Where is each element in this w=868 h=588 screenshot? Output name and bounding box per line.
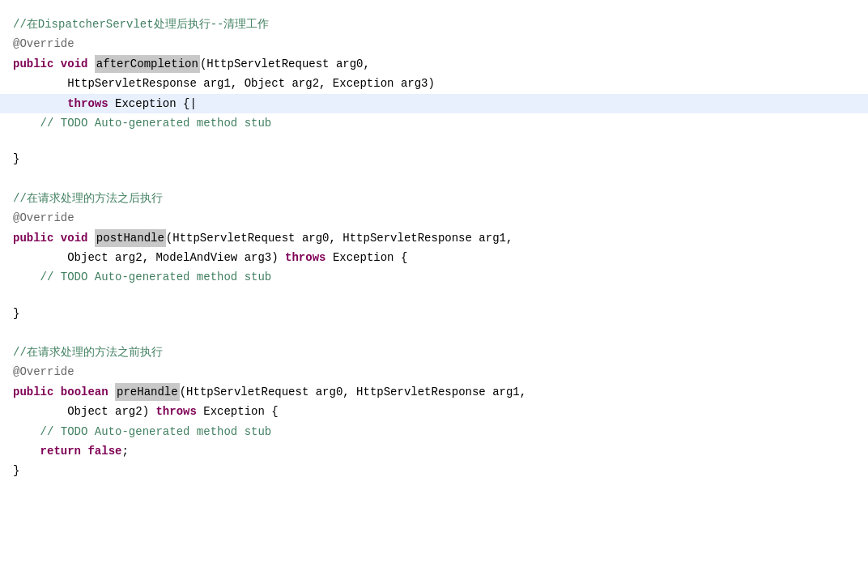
override-annotation-2: @Override (13, 209, 74, 227)
return-line: return false ; (0, 441, 868, 461)
annotation-line-3: @Override (0, 362, 868, 381)
comment-line-1: //在DispatcherServlet处理后执行--清理工作 (0, 15, 868, 34)
method-signature-2b: Object arg2, ModelAndView arg3) throws E… (0, 248, 868, 267)
empty-1 (0, 133, 868, 149)
keyword-void-2: void (61, 229, 88, 247)
sig-3b-suffix: Exception { (197, 403, 279, 420)
keyword-boolean: boolean (61, 383, 108, 401)
space-4 (87, 229, 94, 247)
keyword-throws-2: throws (285, 249, 326, 266)
todo-comment-1: // TODO Auto-generated method stub (13, 114, 271, 132)
sig-2b-suffix: Exception { (326, 249, 407, 266)
semicolon: ; (121, 442, 128, 460)
keyword-return: return (40, 442, 81, 460)
space-6 (108, 383, 115, 401)
comment-chinese-1: //在DispatcherServlet处理后执行--清理工作 (13, 15, 269, 33)
method-name-posthandle: postHandle (95, 229, 166, 247)
spaces-return (13, 442, 40, 460)
override-annotation-1: @Override (13, 35, 74, 53)
comment-line-3: //在请求处理的方法之前执行 (0, 343, 868, 362)
method-signature-3b: Object arg2) throws Exception { (0, 402, 868, 421)
keyword-public-2: public (13, 229, 53, 247)
space-2 (87, 55, 94, 73)
sig-1b: HttpServletResponse arg1, Object arg2, E… (13, 75, 435, 92)
space-7 (81, 442, 87, 460)
method-name-aftercompletion: afterCompletion (95, 55, 200, 73)
todo-line-1: // TODO Auto-generated method stub (0, 113, 868, 133)
method-signature-3a: public boolean preHandle (HttpServletReq… (0, 382, 868, 402)
todo-comment-2: // TODO Auto-generated method stub (13, 268, 271, 286)
todo-line-3: // TODO Auto-generated method stub (0, 422, 868, 441)
comment-chinese-2: //在请求处理的方法之后执行 (13, 190, 163, 207)
section-gap-1 (0, 173, 868, 189)
empty-2 (0, 288, 868, 304)
comment-line-2: //在请求处理的方法之后执行 (0, 189, 868, 208)
todo-line-2: // TODO Auto-generated method stub (0, 267, 868, 287)
code-editor: //在DispatcherServlet处理后执行--清理工作 @Overrid… (0, 8, 868, 588)
keyword-void-1: void (61, 55, 88, 73)
section-prehandle: //在请求处理的方法之前执行 @Override public boolean … (0, 343, 868, 481)
brace-1: } (13, 150, 19, 168)
annotation-line-1: @Override (0, 34, 868, 53)
space-1 (53, 55, 60, 73)
keyword-public-3: public (13, 383, 53, 401)
throws-line-1: throws Exception {| (0, 94, 868, 113)
closing-brace-3: } (0, 461, 868, 480)
section-posthandle: //在请求处理的方法之后执行 @Override public void pos… (0, 189, 868, 323)
method-signature-1a: public void afterCompletion (HttpServlet… (0, 54, 868, 74)
keyword-public-1: public (13, 55, 53, 73)
section-gap-2 (0, 326, 868, 343)
section-aftercompletion: //在DispatcherServlet处理后执行--清理工作 @Overrid… (0, 15, 868, 169)
comment-chinese-3: //在请求处理的方法之前执行 (13, 343, 163, 361)
todo-comment-3: // TODO Auto-generated method stub (13, 423, 271, 441)
closing-brace-1: } (0, 149, 868, 168)
annotation-line-2: @Override (0, 208, 868, 228)
space-5 (53, 383, 60, 401)
sig-3a: (HttpServletRequest arg0, HttpServletRes… (180, 383, 526, 401)
brace-2: } (13, 305, 19, 322)
space-3 (53, 229, 60, 247)
brace-3: } (13, 462, 19, 479)
spaces-throws (13, 95, 67, 113)
sig-2b-prefix: Object arg2, ModelAndView arg3) (13, 249, 285, 266)
sig-1a: (HttpServletRequest arg0, (200, 55, 370, 73)
method-signature-2a: public void postHandle (HttpServletReque… (0, 228, 868, 248)
sig-2a: (HttpServletRequest arg0, HttpServletRes… (166, 229, 513, 247)
keyword-throws-1: throws (67, 95, 108, 113)
keyword-false: false (87, 442, 121, 460)
method-name-prehandle: preHandle (115, 383, 180, 401)
throws-exception-1: Exception {| (108, 95, 197, 113)
sig-3b-prefix: Object arg2) (13, 403, 155, 420)
method-signature-1b: HttpServletResponse arg1, Object arg2, E… (0, 74, 868, 93)
override-annotation-3: @Override (13, 363, 74, 381)
closing-brace-2: } (0, 304, 868, 323)
keyword-throws-3: throws (155, 403, 196, 420)
